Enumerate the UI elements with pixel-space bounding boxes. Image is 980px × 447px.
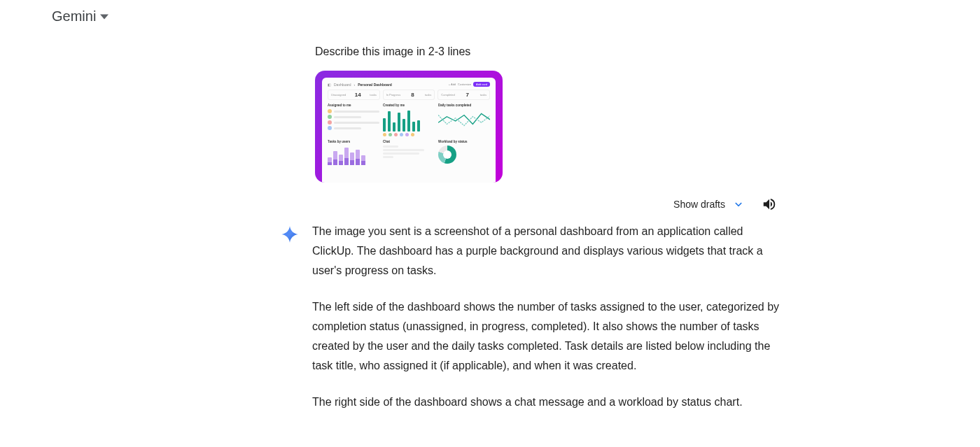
app-name: Gemini <box>52 8 96 24</box>
response-actions: Show drafts <box>280 197 784 212</box>
dashboard-preview: ◧ Dashboard › Personal Dashboard + Add C… <box>322 78 496 183</box>
stat-card: Completed7tasks <box>438 90 490 100</box>
breadcrumb-icon: ◧ <box>328 83 331 87</box>
show-drafts-button[interactable]: Show drafts <box>673 198 745 211</box>
show-drafts-label: Show drafts <box>673 199 725 210</box>
prompt-text: Describe this image in 2-3 lines <box>315 45 784 58</box>
panel-heading: Created by me <box>383 104 435 107</box>
customize-btn: Customize <box>458 83 471 86</box>
primary-btn: Add card <box>473 82 490 87</box>
stat-card: Unassigned14tasks <box>328 90 380 100</box>
panel-heading: Assigned to me <box>328 104 379 107</box>
speaker-button[interactable] <box>762 197 777 212</box>
stat-card: In Progress8tasks <box>383 90 435 100</box>
breadcrumb: Dashboard <box>334 83 351 87</box>
attached-image[interactable]: ◧ Dashboard › Personal Dashboard + Add C… <box>315 71 503 183</box>
conversation: Describe this image in 2-3 lines ◧ Dashb… <box>280 45 784 412</box>
user-prompt: Describe this image in 2-3 lines ◧ Dashb… <box>280 45 784 183</box>
panel-heading: Workload by status <box>438 140 490 143</box>
response-paragraph: The image you sent is a screenshot of a … <box>312 222 784 281</box>
chevron-down-icon <box>732 198 745 211</box>
panel-heading: Daily tasks completed <box>438 104 490 107</box>
speaker-icon <box>762 197 777 212</box>
model-selector[interactable]: Gemini <box>52 8 108 24</box>
caret-down-icon <box>100 13 108 21</box>
response-body: The image you sent is a screenshot of a … <box>312 222 784 412</box>
sparkle-icon <box>280 225 300 247</box>
add-btn: + Add <box>449 83 456 86</box>
panel-heading: Chat <box>383 140 435 143</box>
response-paragraph: The left side of the dashboard shows the… <box>312 297 784 376</box>
panel-heading: Tasks by users <box>328 140 379 143</box>
dashboard-title: Personal Dashboard <box>358 83 392 87</box>
donut-chart <box>438 146 456 164</box>
response-paragraph: The right side of the dashboard shows a … <box>312 392 784 412</box>
assistant-response: The image you sent is a screenshot of a … <box>280 222 784 412</box>
